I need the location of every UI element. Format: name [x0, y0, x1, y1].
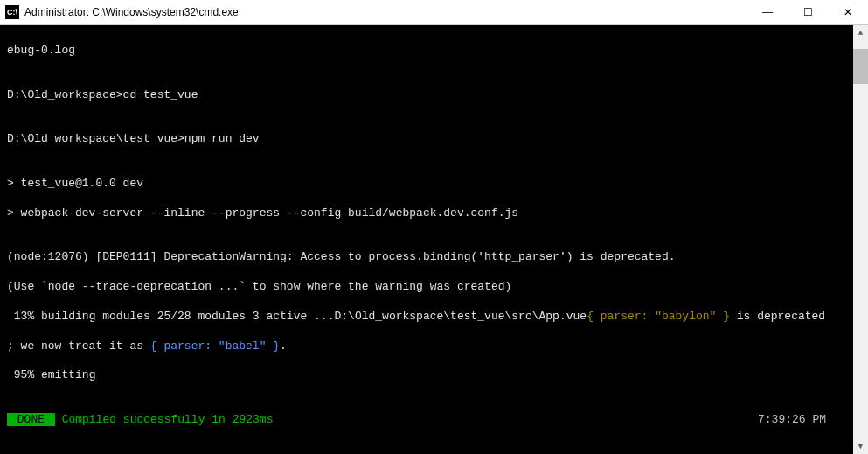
scroll-down-button[interactable]: ▼ [853, 439, 868, 454]
done-message: Compiled successfully in 2923ms [55, 413, 274, 426]
output-line: > test_vue@1.0.0 dev [7, 177, 861, 192]
cmd-icon: C:\ [5, 5, 19, 19]
close-button[interactable]: ✕ [828, 0, 868, 24]
parser-old: { parser: "babylon" } [587, 310, 730, 323]
output-line: (node:12076) [DEP0111] DeprecationWarnin… [7, 250, 861, 265]
output-line [7, 443, 861, 454]
done-badge: DONE [7, 413, 55, 426]
output-line: D:\Old_workspace>cd test_vue [7, 88, 861, 103]
scroll-track[interactable] [853, 40, 868, 439]
parser-new: { parser: "babel" } [150, 339, 280, 353]
maximize-button[interactable]: ☐ [788, 0, 828, 24]
output-line: > webpack-dev-server --inline --progress… [7, 206, 861, 221]
scroll-thumb[interactable] [853, 49, 868, 84]
done-line: DONE Compiled successfully in 2923ms7:39… [7, 413, 861, 428]
output-line: ; we now treat it as { parser: "babel" }… [7, 339, 861, 354]
output-line: 95% emitting [7, 368, 861, 383]
output-line: 13% building modules 25/28 modules 3 act… [7, 310, 861, 325]
output-line: ebug-0.log [7, 44, 861, 59]
timestamp: 7:39:26 PM [758, 413, 826, 428]
output-line: (Use `node --trace-deprecation ...` to s… [7, 280, 861, 295]
scroll-up-button[interactable]: ▲ [853, 25, 868, 40]
window-controls: — ☐ ✕ [747, 0, 868, 24]
window-title: Administrator: C:\Windows\system32\cmd.e… [24, 6, 747, 18]
output-line: D:\Old_workspace\test_vue>npm run dev [7, 132, 861, 147]
minimize-button[interactable]: — [747, 0, 788, 24]
titlebar: C:\ Administrator: C:\Windows\system32\c… [0, 0, 868, 25]
vertical-scrollbar[interactable]: ▲ ▼ [853, 25, 868, 454]
terminal-output: ebug-0.log D:\Old_workspace>cd test_vue … [0, 25, 868, 454]
